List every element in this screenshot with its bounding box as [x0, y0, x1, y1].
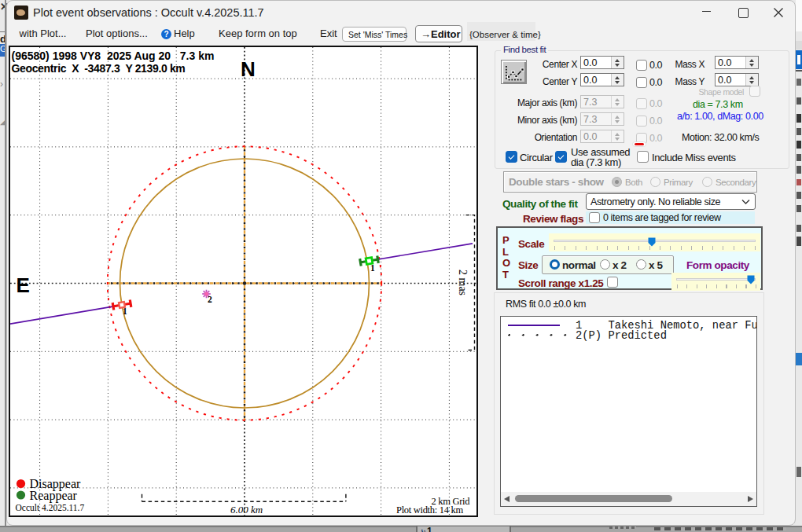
svg-text:2 mas: 2 mas: [457, 270, 469, 295]
svg-text:1: 1: [123, 306, 127, 316]
svg-text:N: N: [241, 57, 256, 81]
svg-text:Geocentric X -3487.3 Y 2139: Geocentric X -3487.3 Y 2139.0 km: [11, 62, 185, 75]
svg-text:Reappear: Reappear: [29, 489, 77, 503]
svg-text:Occult 4.2025.11.7: Occult 4.2025.11.7: [15, 503, 84, 512]
svg-text:Plot width: 14 km: Plot width: 14 km: [396, 504, 463, 515]
svg-text:1: 1: [370, 263, 375, 273]
svg-text:(96580) 1998 VY8 2025 Aug 20: (96580) 1998 VY8 2025 Aug 20 7.3 km: [11, 50, 214, 62]
svg-text:E: E: [16, 273, 29, 297]
svg-text:6.00 km: 6.00 km: [230, 504, 263, 515]
svg-text:2: 2: [208, 295, 212, 304]
